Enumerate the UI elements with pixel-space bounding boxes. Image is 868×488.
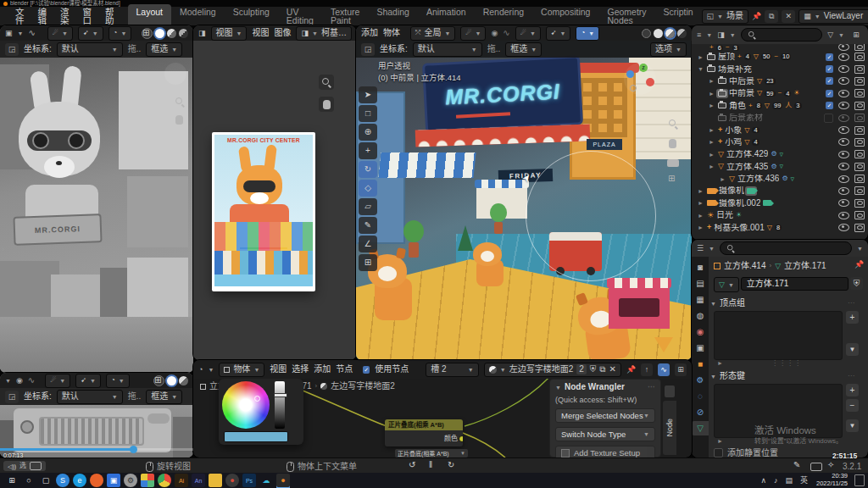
outliner-row[interactable]: ►角色+8▽99人3✓ bbox=[692, 100, 868, 112]
clay-render-scene[interactable]: MR.CORGI › bbox=[0, 58, 193, 373]
collection-checkbox[interactable]: ✓ bbox=[826, 90, 833, 97]
eye-icon[interactable] bbox=[838, 126, 849, 134]
outliner-row[interactable]: ►摄像机 bbox=[692, 185, 868, 197]
outliner-row[interactable]: ►屋顶+4▽50~10✓ bbox=[692, 51, 868, 63]
object-data-properties-tab[interactable]: ▽ bbox=[692, 421, 709, 435]
collection-checkbox[interactable]: ✓ bbox=[826, 53, 833, 61]
outliner-row[interactable]: ►+小鸡▽4 bbox=[692, 136, 868, 148]
topbar-menu[interactable]: 窗口 bbox=[76, 8, 99, 25]
color-wheel[interactable] bbox=[222, 381, 270, 429]
render-visibility-icon[interactable] bbox=[854, 199, 865, 208]
outliner-row[interactable]: ▼场景补充✓ bbox=[692, 63, 868, 75]
solid-shading-icon[interactable] bbox=[167, 376, 176, 385]
blend-mode-dropdown[interactable]: 正片叠底(相乘 A*B)▼ bbox=[395, 449, 468, 458]
outliner-row[interactable]: +6~3 bbox=[692, 44, 868, 51]
filter-icon[interactable]: ▽ bbox=[827, 31, 833, 39]
object-properties-tab[interactable]: ■ bbox=[692, 357, 709, 371]
collection-checkbox[interactable]: ✓ bbox=[826, 102, 833, 109]
npanel-stub[interactable] bbox=[665, 385, 675, 397]
tray-icon[interactable]: ▤ bbox=[785, 477, 793, 485]
outliner-row[interactable]: ►▽立方体.429⚙▿ bbox=[692, 148, 868, 160]
node-tab[interactable]: Node bbox=[663, 401, 676, 455]
outliner-item-label[interactable]: 场景补充 bbox=[718, 65, 752, 74]
snap-dropdown[interactable]: ☄▼ bbox=[460, 26, 486, 41]
mix-node-header[interactable]: 正片叠底(相乘 A*B) bbox=[385, 419, 463, 430]
properties-search-input[interactable] bbox=[720, 241, 852, 255]
annotate-tool-button[interactable]: ✎ bbox=[359, 217, 377, 234]
select-mode-dropdown[interactable]: 框选▼ bbox=[505, 42, 542, 57]
expand-arrow-icon[interactable]: ► bbox=[697, 225, 704, 230]
scene-properties-tab[interactable]: ◍ bbox=[692, 308, 709, 323]
expand-arrow-icon[interactable]: ► bbox=[697, 54, 704, 60]
taskbar-blender-icon[interactable]: ● bbox=[276, 474, 290, 487]
vertex-groups-panel-title[interactable]: 顶点组 bbox=[720, 299, 745, 308]
taskbar-colors-icon[interactable] bbox=[141, 474, 154, 487]
mix-node[interactable]: 正片叠底(相乘 A*B) 颜色 bbox=[385, 419, 463, 446]
expand-arrow-icon[interactable]: ► bbox=[708, 78, 715, 84]
outliner-search-input[interactable] bbox=[741, 28, 822, 42]
material-shading-icon[interactable] bbox=[665, 29, 675, 38]
render-visibility-icon[interactable] bbox=[854, 114, 865, 122]
render-visibility-icon[interactable] bbox=[854, 65, 865, 74]
shield-icon[interactable]: ⛨ bbox=[850, 277, 863, 290]
pan-hand-icon[interactable] bbox=[175, 115, 183, 125]
camera-view-icon[interactable] bbox=[667, 159, 679, 167]
outliner-item-label[interactable]: 立方体.429 bbox=[726, 150, 768, 158]
rest-position-checkbox[interactable]: ✓ bbox=[714, 448, 723, 458]
video-progress-knob[interactable] bbox=[130, 446, 137, 453]
cursor-tool-button[interactable]: ⊕ bbox=[359, 124, 377, 141]
expand-arrow-icon[interactable]: ► bbox=[708, 139, 715, 145]
collection-checkbox[interactable]: ✓ bbox=[826, 65, 833, 73]
scene-selector[interactable]: ◱▼场景 bbox=[702, 9, 748, 24]
zoom-button[interactable] bbox=[319, 75, 334, 90]
material-datablock[interactable]: ▼左边写字楼地面22⛨⧉✕ bbox=[484, 363, 621, 377]
taskbar-onedrive-icon[interactable]: ☁ bbox=[259, 474, 273, 487]
constraints-properties-tab[interactable]: ⊘ bbox=[692, 405, 709, 419]
select-mode-dropdown[interactable]: 框选▼ bbox=[146, 42, 182, 57]
topbar-menu[interactable]: 文件 bbox=[8, 8, 31, 25]
move-tool-button[interactable]: + bbox=[359, 142, 377, 159]
orientation-dropdown[interactable]: ◔▼ bbox=[106, 374, 130, 388]
eye-icon[interactable] bbox=[838, 44, 849, 51]
value-slider[interactable] bbox=[275, 381, 285, 429]
eye-icon[interactable] bbox=[838, 224, 849, 231]
tweak-tool-button[interactable]: ➤ bbox=[359, 86, 377, 103]
gizmo-dropdown[interactable]: ➹▼ bbox=[546, 26, 571, 41]
coord-system-dropdown[interactable]: 默认▼ bbox=[57, 390, 123, 404]
solid-shading-icon[interactable] bbox=[654, 29, 663, 38]
panel-collapse-icon[interactable]: ▼ bbox=[710, 374, 716, 380]
eye-icon[interactable] bbox=[838, 53, 849, 61]
taskbar-skype-icon[interactable]: S bbox=[56, 474, 70, 487]
new-collection-icon[interactable]: ⊞ bbox=[849, 29, 863, 42]
eye-icon[interactable] bbox=[838, 90, 849, 97]
copy-icon[interactable]: ⧉ bbox=[765, 10, 778, 23]
outliner-editor-icon[interactable]: ≡ bbox=[697, 31, 701, 39]
view-dropdown[interactable]: 视图▼ bbox=[211, 26, 248, 41]
material-users-count[interactable]: 2 bbox=[576, 364, 587, 374]
outliner-item-label[interactable]: 屋顶 bbox=[718, 53, 735, 61]
player-forward-icon[interactable]: ↻ bbox=[448, 461, 454, 469]
outliner-row[interactable]: ►中前景▽59~4☀✓ bbox=[692, 87, 868, 99]
eye-icon[interactable] bbox=[838, 114, 849, 122]
world-properties-tab[interactable]: ◉ bbox=[692, 324, 709, 339]
breadcrumb-data[interactable]: 立方体.171 bbox=[784, 262, 826, 270]
player-rewind-icon[interactable]: ↺ bbox=[409, 461, 415, 469]
image-editor-icon[interactable]: ◨ bbox=[198, 30, 206, 37]
menu-view[interactable]: 视图 bbox=[252, 29, 269, 37]
snap-curve-icon[interactable]: ∿ bbox=[658, 363, 670, 376]
player-pause-icon[interactable]: ‖ bbox=[429, 461, 432, 469]
render-visibility-icon[interactable] bbox=[854, 53, 865, 61]
panel-options-grip[interactable]: ⋯ bbox=[848, 300, 855, 307]
render-visibility-icon[interactable] bbox=[854, 102, 865, 110]
editor-type-icon[interactable]: ▣ bbox=[5, 30, 13, 37]
image-canvas[interactable]: MR.CORGI CITY CENTER bbox=[193, 41, 356, 360]
close-icon[interactable]: ✕ bbox=[782, 10, 795, 23]
expand-arrow-icon[interactable]: ► bbox=[708, 91, 715, 97]
remove-shape-key-button[interactable]: − bbox=[846, 399, 859, 412]
taskbar-date[interactable]: 2022/11/25 bbox=[816, 480, 848, 488]
solid-shading-icon[interactable] bbox=[155, 29, 164, 38]
outliner-item-label[interactable]: 摄像机.002 bbox=[719, 199, 760, 208]
taskbar-edge-icon[interactable]: e bbox=[73, 474, 86, 487]
pin-icon[interactable]: 📌 bbox=[854, 261, 864, 269]
zoom-icon[interactable] bbox=[668, 119, 678, 130]
